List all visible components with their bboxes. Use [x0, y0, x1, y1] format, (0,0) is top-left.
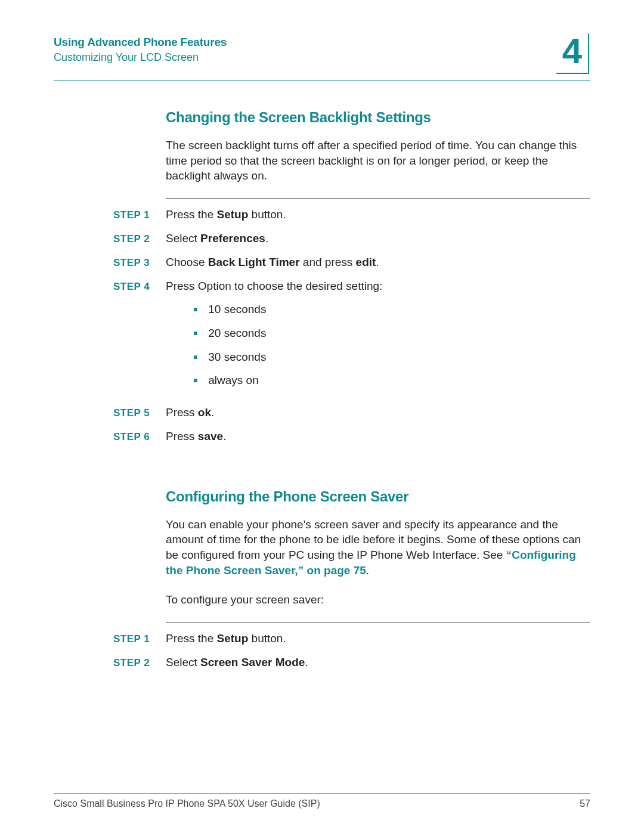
- step-bold: Setup: [217, 208, 249, 221]
- step-bold: Setup: [217, 632, 249, 645]
- section-subtitle: Customizing Your LCD Screen: [54, 51, 227, 64]
- backlight-intro: The screen backlight turns off after a s…: [166, 138, 590, 184]
- step-label: STEP 1: [113, 633, 166, 646]
- step-bold: save: [198, 430, 223, 442]
- option-text: 10 seconds: [208, 302, 266, 317]
- step-text: .: [223, 430, 226, 442]
- step-label: STEP 4: [113, 280, 166, 294]
- screensaver-steps: STEP 1 Press the Setup button. STEP 2 Se…: [113, 631, 590, 670]
- steps-rule: [166, 198, 590, 199]
- section-heading-backlight: Changing the Screen Backlight Settings: [166, 109, 590, 126]
- footer-rule: [54, 793, 590, 794]
- step-text: .: [265, 232, 268, 244]
- step-5: STEP 5 Press ok.: [113, 405, 590, 420]
- bullet-icon: ■: [193, 376, 197, 385]
- step-1: STEP 1 Press the Setup button.: [113, 207, 590, 222]
- step-2: STEP 2 Select Preferences.: [113, 231, 590, 246]
- bullet-icon: ■: [193, 352, 197, 362]
- step-body: Press Option to choose the desired setti…: [166, 278, 590, 397]
- step-body: Choose Back Light Timer and press edit.: [166, 255, 590, 270]
- header-rule: [54, 80, 590, 80]
- list-item: ■20 seconds: [193, 326, 590, 341]
- step-label: STEP 6: [113, 431, 166, 444]
- step-label: STEP 1: [113, 209, 166, 222]
- bullet-icon: ■: [193, 329, 197, 338]
- main-content: Changing the Screen Backlight Settings T…: [166, 109, 590, 670]
- footer-row: Cisco Small Business Pro IP Phone SPA 50…: [54, 798, 590, 809]
- option-list: ■10 seconds ■20 seconds ■30 seconds ■alw…: [193, 302, 590, 388]
- chapter-number: 4: [556, 33, 589, 74]
- list-item: ■always on: [193, 373, 590, 388]
- page-number: 57: [580, 798, 590, 809]
- option-text: 20 seconds: [208, 326, 266, 341]
- step-text: Select: [166, 656, 200, 668]
- option-text: always on: [208, 373, 259, 388]
- screensaver-intro: You can enable your phone's screen saver…: [166, 517, 590, 578]
- step-text: Press: [166, 430, 198, 442]
- list-item: ■10 seconds: [193, 302, 590, 317]
- chapter-title: Using Advanced Phone Features: [54, 36, 227, 49]
- step-text: Press the: [166, 208, 217, 221]
- header-titles: Using Advanced Phone Features Customizin…: [54, 33, 227, 64]
- footer-title: Cisco Small Business Pro IP Phone SPA 50…: [54, 798, 320, 809]
- step-body: Select Screen Saver Mode.: [166, 655, 590, 670]
- step-bold: Screen Saver Mode: [200, 656, 305, 668]
- page-container: Using Advanced Phone Features Customizin…: [0, 0, 644, 833]
- screensaver-lead: To configure your screen saver:: [166, 592, 590, 608]
- step-label: STEP 2: [113, 657, 166, 670]
- intro-text: .: [366, 564, 369, 577]
- step-text: .: [211, 406, 214, 419]
- step-label: STEP 3: [113, 256, 166, 270]
- step-3: STEP 3 Choose Back Light Timer and press…: [113, 255, 590, 270]
- step-text: button.: [248, 632, 286, 645]
- section-heading-screensaver: Configuring the Phone Screen Saver: [166, 488, 590, 505]
- step-text: .: [376, 256, 379, 268]
- step-body: Press the Setup button.: [166, 631, 590, 646]
- step-body: Select Preferences.: [166, 231, 590, 246]
- step-bold: ok: [198, 406, 211, 419]
- step-text: Press: [166, 406, 198, 419]
- option-text: 30 seconds: [208, 349, 266, 365]
- step-2: STEP 2 Select Screen Saver Mode.: [113, 655, 590, 670]
- step-text: Press the: [166, 632, 217, 645]
- step-text: Choose: [166, 256, 208, 268]
- backlight-steps: STEP 1 Press the Setup button. STEP 2 Se…: [113, 207, 590, 444]
- step-label: STEP 5: [113, 407, 166, 420]
- step-4: STEP 4 Press Option to choose the desire…: [113, 278, 590, 397]
- step-label: STEP 2: [113, 233, 166, 246]
- page-footer: Cisco Small Business Pro IP Phone SPA 50…: [54, 793, 590, 809]
- step-text: and press: [300, 256, 356, 268]
- step-body: Press the Setup button.: [166, 207, 590, 222]
- step-text: Select: [166, 232, 200, 244]
- step-text: .: [305, 656, 308, 668]
- step-body: Press ok.: [166, 405, 590, 420]
- bullet-icon: ■: [193, 305, 197, 314]
- list-item: ■30 seconds: [193, 349, 590, 365]
- step-text: Press Option to choose the desired setti…: [166, 280, 382, 292]
- step-bold: Back Light Timer: [208, 256, 300, 268]
- step-bold: Preferences: [200, 232, 265, 244]
- step-body: Press save.: [166, 429, 590, 444]
- step-bold: edit: [356, 256, 376, 268]
- steps-rule: [166, 622, 590, 623]
- step-1: STEP 1 Press the Setup button.: [113, 631, 590, 646]
- step-6: STEP 6 Press save.: [113, 429, 590, 444]
- page-header: Using Advanced Phone Features Customizin…: [54, 33, 590, 74]
- step-text: button.: [248, 208, 286, 221]
